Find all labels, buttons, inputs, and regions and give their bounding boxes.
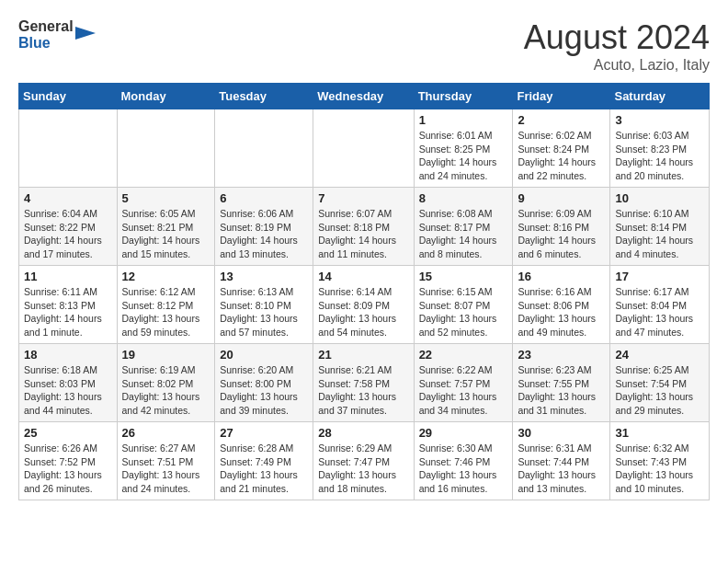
calendar-cell: 23Sunrise: 6:23 AM Sunset: 7:55 PM Dayli… <box>513 344 610 422</box>
calendar-cell: 16Sunrise: 6:16 AM Sunset: 8:06 PM Dayli… <box>513 266 610 344</box>
day-number: 28 <box>318 426 408 440</box>
day-number: 7 <box>318 191 408 205</box>
calendar-cell <box>117 109 215 188</box>
col-header-wednesday: Wednesday <box>313 84 414 109</box>
calendar-cell: 12Sunrise: 6:12 AM Sunset: 8:12 PM Dayli… <box>117 266 215 344</box>
day-info: Sunrise: 6:10 AM Sunset: 8:14 PM Dayligh… <box>615 207 704 261</box>
day-info: Sunrise: 6:30 AM Sunset: 7:46 PM Dayligh… <box>419 442 508 496</box>
day-info: Sunrise: 6:12 AM Sunset: 8:12 PM Dayligh… <box>122 285 210 339</box>
calendar-cell: 3Sunrise: 6:03 AM Sunset: 8:23 PM Daylig… <box>610 109 710 188</box>
day-info: Sunrise: 6:18 AM Sunset: 8:03 PM Dayligh… <box>24 363 112 418</box>
calendar-cell: 24Sunrise: 6:25 AM Sunset: 7:54 PM Dayli… <box>610 344 710 422</box>
col-header-thursday: Thursday <box>414 84 513 109</box>
day-info: Sunrise: 6:31 AM Sunset: 7:44 PM Dayligh… <box>518 442 605 496</box>
calendar-cell <box>215 109 313 188</box>
calendar-cell: 5Sunrise: 6:05 AM Sunset: 8:21 PM Daylig… <box>117 188 215 266</box>
day-number: 27 <box>220 426 308 440</box>
svg-marker-0 <box>75 27 96 40</box>
calendar-cell: 18Sunrise: 6:18 AM Sunset: 8:03 PM Dayli… <box>19 344 118 422</box>
logo: General Blue <box>18 18 96 51</box>
calendar-cell: 20Sunrise: 6:20 AM Sunset: 8:00 PM Dayli… <box>215 344 313 422</box>
calendar-cell: 21Sunrise: 6:21 AM Sunset: 7:58 PM Dayli… <box>313 344 414 422</box>
col-header-saturday: Saturday <box>610 84 710 109</box>
day-number: 15 <box>419 270 508 283</box>
day-number: 19 <box>122 348 210 362</box>
day-info: Sunrise: 6:27 AM Sunset: 7:51 PM Dayligh… <box>122 442 210 496</box>
day-number: 4 <box>24 191 112 205</box>
calendar-cell: 30Sunrise: 6:31 AM Sunset: 7:44 PM Dayli… <box>513 422 610 500</box>
day-number: 2 <box>518 113 605 127</box>
calendar-cell <box>313 109 414 188</box>
calendar-cell: 1Sunrise: 6:01 AM Sunset: 8:25 PM Daylig… <box>414 109 513 188</box>
calendar-cell: 13Sunrise: 6:13 AM Sunset: 8:10 PM Dayli… <box>215 266 313 344</box>
title-block: August 2024 Acuto, Lazio, Italy <box>524 18 710 74</box>
day-number: 13 <box>220 270 308 283</box>
day-info: Sunrise: 6:07 AM Sunset: 8:18 PM Dayligh… <box>318 207 408 261</box>
calendar-cell: 29Sunrise: 6:30 AM Sunset: 7:46 PM Dayli… <box>414 422 513 500</box>
day-number: 30 <box>518 426 605 440</box>
col-header-friday: Friday <box>513 84 610 109</box>
day-info: Sunrise: 6:22 AM Sunset: 7:57 PM Dayligh… <box>419 363 508 418</box>
day-info: Sunrise: 6:28 AM Sunset: 7:49 PM Dayligh… <box>220 442 308 496</box>
calendar-cell: 7Sunrise: 6:07 AM Sunset: 8:18 PM Daylig… <box>313 188 414 266</box>
calendar-cell: 17Sunrise: 6:17 AM Sunset: 8:04 PM Dayli… <box>610 266 710 344</box>
calendar-week-row: 18Sunrise: 6:18 AM Sunset: 8:03 PM Dayli… <box>19 344 710 422</box>
day-info: Sunrise: 6:05 AM Sunset: 8:21 PM Dayligh… <box>122 207 210 261</box>
day-number: 17 <box>615 270 704 283</box>
day-number: 9 <box>518 191 605 205</box>
calendar-cell: 15Sunrise: 6:15 AM Sunset: 8:07 PM Dayli… <box>414 266 513 344</box>
calendar-week-row: 4Sunrise: 6:04 AM Sunset: 8:22 PM Daylig… <box>19 188 710 266</box>
col-header-tuesday: Tuesday <box>215 84 313 109</box>
day-number: 18 <box>24 348 112 362</box>
day-info: Sunrise: 6:26 AM Sunset: 7:52 PM Dayligh… <box>24 442 112 496</box>
day-info: Sunrise: 6:21 AM Sunset: 7:58 PM Dayligh… <box>318 363 408 418</box>
calendar-cell: 27Sunrise: 6:28 AM Sunset: 7:49 PM Dayli… <box>215 422 313 500</box>
calendar-week-row: 25Sunrise: 6:26 AM Sunset: 7:52 PM Dayli… <box>19 422 710 500</box>
day-info: Sunrise: 6:29 AM Sunset: 7:47 PM Dayligh… <box>318 442 408 496</box>
day-info: Sunrise: 6:11 AM Sunset: 8:13 PM Dayligh… <box>24 285 112 339</box>
logo-wordmark: General Blue <box>18 18 96 51</box>
calendar-cell <box>19 109 118 188</box>
day-info: Sunrise: 6:16 AM Sunset: 8:06 PM Dayligh… <box>518 285 605 339</box>
day-info: Sunrise: 6:13 AM Sunset: 8:10 PM Dayligh… <box>220 285 308 339</box>
day-number: 26 <box>122 426 210 440</box>
calendar-cell: 26Sunrise: 6:27 AM Sunset: 7:51 PM Dayli… <box>117 422 215 500</box>
day-info: Sunrise: 6:14 AM Sunset: 8:09 PM Dayligh… <box>318 285 408 339</box>
day-number: 10 <box>615 191 704 205</box>
day-info: Sunrise: 6:17 AM Sunset: 8:04 PM Dayligh… <box>615 285 704 339</box>
calendar-cell: 22Sunrise: 6:22 AM Sunset: 7:57 PM Dayli… <box>414 344 513 422</box>
calendar-week-row: 11Sunrise: 6:11 AM Sunset: 8:13 PM Dayli… <box>19 266 710 344</box>
calendar-table: SundayMondayTuesdayWednesdayThursdayFrid… <box>18 83 710 500</box>
col-header-monday: Monday <box>117 84 215 109</box>
calendar-cell: 14Sunrise: 6:14 AM Sunset: 8:09 PM Dayli… <box>313 266 414 344</box>
day-info: Sunrise: 6:32 AM Sunset: 7:43 PM Dayligh… <box>615 442 704 496</box>
day-number: 29 <box>419 426 508 440</box>
calendar-cell: 8Sunrise: 6:08 AM Sunset: 8:17 PM Daylig… <box>414 188 513 266</box>
calendar-cell: 11Sunrise: 6:11 AM Sunset: 8:13 PM Dayli… <box>19 266 118 344</box>
day-number: 5 <box>122 191 210 205</box>
calendar-cell: 31Sunrise: 6:32 AM Sunset: 7:43 PM Dayli… <box>610 422 710 500</box>
day-number: 24 <box>615 348 704 362</box>
calendar-cell: 19Sunrise: 6:19 AM Sunset: 8:02 PM Dayli… <box>117 344 215 422</box>
calendar-cell: 10Sunrise: 6:10 AM Sunset: 8:14 PM Dayli… <box>610 188 710 266</box>
calendar-cell: 28Sunrise: 6:29 AM Sunset: 7:47 PM Dayli… <box>313 422 414 500</box>
day-info: Sunrise: 6:01 AM Sunset: 8:25 PM Dayligh… <box>419 129 508 183</box>
day-number: 25 <box>24 426 112 440</box>
day-number: 3 <box>615 113 704 127</box>
day-info: Sunrise: 6:06 AM Sunset: 8:19 PM Dayligh… <box>220 207 308 261</box>
day-number: 31 <box>615 426 704 440</box>
month-year: August 2024 <box>524 18 710 57</box>
calendar-cell: 4Sunrise: 6:04 AM Sunset: 8:22 PM Daylig… <box>19 188 118 266</box>
day-info: Sunrise: 6:23 AM Sunset: 7:55 PM Dayligh… <box>518 363 605 418</box>
day-number: 11 <box>24 270 112 283</box>
day-number: 16 <box>518 270 605 283</box>
page-header: General Blue August 2024 Acuto, Lazio, I… <box>18 18 710 74</box>
day-info: Sunrise: 6:08 AM Sunset: 8:17 PM Dayligh… <box>419 207 508 261</box>
calendar-cell: 6Sunrise: 6:06 AM Sunset: 8:19 PM Daylig… <box>215 188 313 266</box>
calendar-cell: 9Sunrise: 6:09 AM Sunset: 8:16 PM Daylig… <box>513 188 610 266</box>
logo-arrow-icon <box>75 23 96 43</box>
col-header-sunday: Sunday <box>19 84 118 109</box>
day-number: 23 <box>518 348 605 362</box>
day-info: Sunrise: 6:20 AM Sunset: 8:00 PM Dayligh… <box>220 363 308 418</box>
day-info: Sunrise: 6:15 AM Sunset: 8:07 PM Dayligh… <box>419 285 508 339</box>
